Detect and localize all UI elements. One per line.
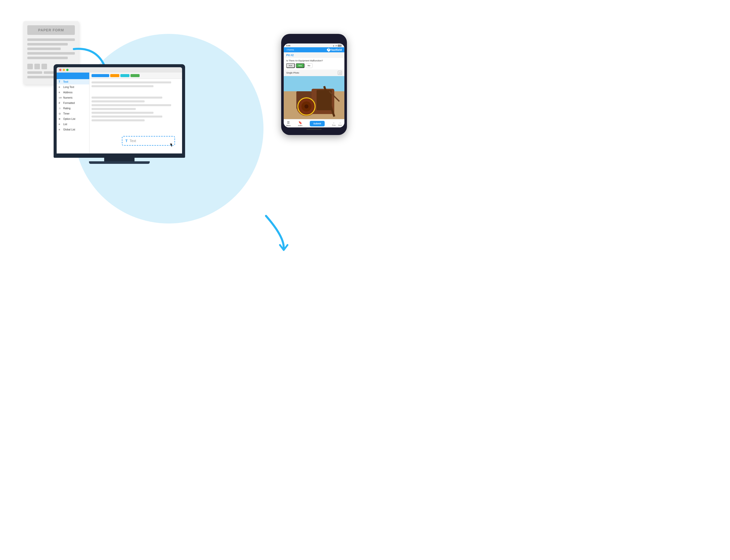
photo-icon: ⬜ [338,71,342,75]
battery-icon: ▌▌▌ [338,45,342,47]
globallist-icon: ≡ [59,128,62,131]
phone-prev-next: ← Prev → Next [332,121,342,126]
laptop-stand [104,158,135,161]
content-line-8 [92,116,162,118]
sidebar-item-text[interactable]: T Text [57,79,89,84]
phone-index-button[interactable]: 🔖 Index [298,121,302,126]
sidebar-list-label: List [63,123,67,126]
phone-statusbar: 4:44 ▲ LTE ▌▌▌ [284,43,344,47]
next-arrow-icon: → [339,121,341,124]
numeric-icon: 123 [59,97,62,99]
phone-next-button[interactable]: → Next [338,121,342,126]
content-line-3 [92,97,162,99]
sidebar-timer-label: Timer [63,112,70,115]
menu-label: Menu [286,125,291,126]
content-line-5 [92,104,171,106]
content-line-7 [92,112,153,114]
laptop-titlebar [57,67,182,73]
sidebar-globallist-label: Global List [63,128,75,131]
dot-yellow [63,69,65,71]
optionlist-icon: ⊞ [59,118,62,120]
sidebar-item-list[interactable]: ≡ List [57,122,89,127]
phone-submit-button[interactable]: Submit [310,121,325,126]
phone-brand: fastfield [327,48,342,51]
laptop-sidebar: T Text ≡ Long Text ≡ Address 123 [57,73,90,153]
signal-icon: ▲ [333,45,335,47]
content-line-4 [92,100,145,102]
phone-back-button[interactable]: ‹ Forms [286,49,294,51]
laptop-sidebar-header [57,73,89,79]
sidebar-item-optionlist[interactable]: ⊞ Option List [57,116,89,122]
paper-line-5 [27,57,68,59]
sidebar-numeric-label: Numeric [63,96,73,99]
lte-icon: LTE [335,45,338,47]
text-field-drag[interactable]: T Text [122,136,175,146]
phone-question-text: Is There An Equipment Malfunction? [286,59,342,62]
phone-options: N/A Yes No [286,63,342,68]
content-line-2 [92,85,153,87]
sidebar-text-label: Text [63,80,68,83]
laptop-bottom-bar [89,161,150,164]
index-bookmark-icon: 🔖 [298,121,302,124]
paper-line-3 [27,48,61,50]
tab-green[interactable] [130,74,140,77]
content-line-1 [92,81,171,83]
paper-line-2 [27,43,68,46]
sidebar-optionlist-label: Option List [63,118,75,120]
sidebar-item-rating[interactable]: ☆ Rating [57,106,89,111]
phone-navbar: ‹ Forms fastfield [284,47,344,52]
option-na-button[interactable]: N/A [286,63,295,68]
sidebar-rating-label: Rating [63,107,71,110]
dot-green [66,69,69,71]
phone: 4:44 ▲ LTE ▌▌▌ ‹ Forms fastfield P [281,34,347,135]
laptop-base [54,153,185,158]
svg-point-8 [304,104,308,108]
cursor-arrow-icon [170,144,172,147]
tab-blue[interactable] [92,74,109,77]
paper-form-title: PAPER FORM [38,28,64,32]
tab-orange[interactable] [110,74,119,77]
phone-photo [284,76,344,119]
scene: PAPER FORM [18,14,347,266]
sidebar-formatted-label: Formatted [63,102,75,104]
menu-icon: ☰ [287,121,290,124]
sidebar-item-numeric[interactable]: 123 Numeric [57,95,89,100]
phone-menu-button[interactable]: ☰ Menu [286,121,291,126]
phone-home-indicator [306,129,322,130]
paper-square-1 [27,64,33,69]
sidebar-item-longtext[interactable]: ≡ Long Text [57,84,89,90]
text-drag-label: Text [130,139,136,143]
paper-square-3 [41,64,47,69]
equipment-photo-svg [284,76,344,119]
paper-square-2 [34,64,40,69]
fastfield-logo-text: fastfield [331,48,342,51]
arrow-laptop-to-phone [246,211,304,251]
sidebar-address-label: Address [63,91,73,94]
sidebar-item-globallist[interactable]: ≡ Global List [57,127,89,132]
laptop: T Text ≡ Long Text ≡ Address 123 [54,64,185,164]
prev-label: Prev [332,124,336,126]
phone-prev-button[interactable]: ← Prev [332,121,336,126]
sidebar-item-timer[interactable]: ⊙ Timer [57,111,89,116]
option-no-button[interactable]: No [305,63,313,68]
paper-form-title-box: PAPER FORM [27,25,75,35]
rating-icon: ☆ [59,107,62,110]
sidebar-item-formatted[interactable]: # Formatted [57,100,89,106]
sidebar-item-address[interactable]: ≡ Address [57,90,89,95]
content-line-6 [92,108,136,110]
index-label: Index [298,125,302,126]
photo-label-text: Single Photo [286,72,299,74]
address-icon: ≡ [59,91,62,94]
laptop-main-tabs [90,73,182,79]
tab-teal[interactable] [120,74,129,77]
paper-sm-line-1 [27,71,42,74]
back-label: Forms [287,49,294,51]
phone-photo-label: Single Photo ⬜ [284,70,344,76]
sidebar-longtext-label: Long Text [63,86,74,88]
prev-arrow-icon: ← [333,121,335,124]
text-drag-t-icon: T [125,139,128,143]
dot-red [59,69,61,71]
formatted-icon: # [59,102,62,104]
paper-line-1 [27,38,75,41]
option-yes-button[interactable]: Yes [296,63,304,68]
